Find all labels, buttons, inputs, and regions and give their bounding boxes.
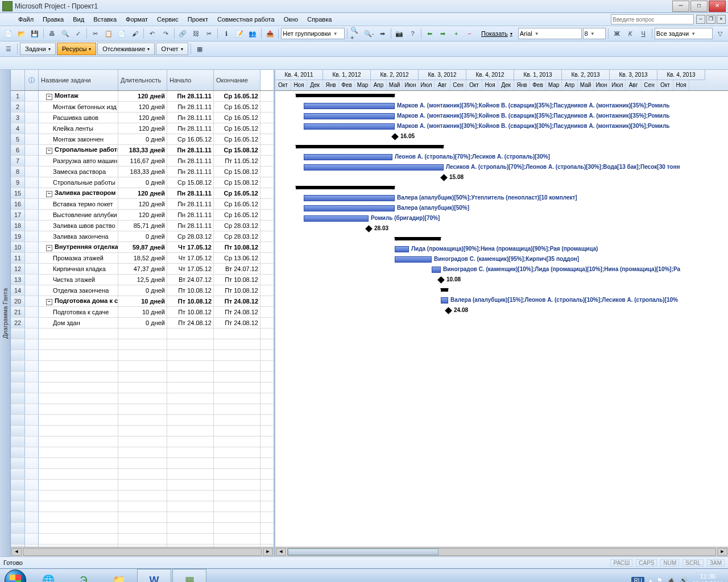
notes-icon[interactable]: 📝 (234, 27, 246, 40)
cut-icon[interactable]: ✂ (89, 27, 101, 40)
taskbar-app1[interactable]: Э (67, 569, 101, 582)
zoom-out-icon[interactable]: 🔍- (363, 27, 375, 40)
task-bar[interactable] (432, 267, 441, 273)
gantt-row[interactable] (275, 234, 728, 244)
table-row[interactable]: 1−Монтаж120 днейПн 28.11.11Ср 16.05.12 (11, 91, 274, 102)
summary-bar[interactable] (395, 237, 441, 240)
table-row[interactable]: 3Расшивка швов120 днейПн 28.11.11Ср 16.0… (11, 113, 274, 123)
table-row[interactable] (11, 480, 274, 490)
gantt-row[interactable]: Виноградов С. (каменщик)[10%];Лида (пром… (275, 265, 728, 275)
new-icon[interactable]: 📄 (2, 27, 14, 40)
redo-icon[interactable]: ↷ (159, 27, 171, 40)
table-row[interactable] (11, 490, 274, 501)
menu-edit[interactable]: Правка (38, 14, 68, 25)
table-row[interactable]: 17Выстовление аплубки120 днейПн 28.11.11… (11, 210, 274, 221)
milestone-icon[interactable] (365, 225, 373, 232)
table-row[interactable]: 5Монтаж закончен0 днейСр 16.05.12Ср 16.0… (11, 134, 274, 145)
format-painter-icon[interactable]: 🖌 (129, 27, 141, 40)
task-bar[interactable] (304, 215, 369, 222)
table-row[interactable] (11, 404, 274, 415)
publish-icon[interactable]: 📤 (264, 27, 276, 40)
table-row[interactable]: 22Дом здан0 днейПт 24.08.12Пт 24.08.12 (11, 318, 274, 329)
info-icon[interactable]: ℹ (220, 27, 232, 40)
spell-icon[interactable]: ✓ (72, 27, 84, 40)
table-row[interactable]: 4Клейка ленты120 днейПн 28.11.11Ср 16.05… (11, 123, 274, 134)
gantt-row[interactable]: Леонов А. (стропаль)[70%];Лесиков А. (ст… (275, 152, 728, 163)
table-row[interactable] (11, 329, 274, 339)
doc-close[interactable]: × (717, 15, 726, 24)
link-icon[interactable]: 🔗 (177, 27, 189, 40)
open-icon[interactable]: 📂 (15, 27, 27, 40)
taskbar-project[interactable]: ▦ (172, 569, 206, 582)
task-bar[interactable] (304, 205, 395, 211)
table-row[interactable]: 13Чистка этажей12,5 днейВт 24.07.12Пт 10… (11, 275, 274, 285)
guide-tracking[interactable]: Отслеживание▾ (97, 43, 155, 55)
table-row[interactable] (11, 469, 274, 480)
table-row[interactable]: 11Промазка этажей18,52 днейЧт 17.05.12Ср… (11, 253, 274, 264)
print-icon[interactable]: 🖶 (46, 27, 58, 40)
start-button[interactable] (0, 569, 31, 582)
filter-combo[interactable]: Все задачи▼ (655, 28, 713, 39)
undo-icon[interactable]: ↶ (146, 27, 158, 40)
unlink-icon[interactable]: ⛓ (190, 27, 202, 40)
tray-up-icon[interactable]: ▴ (649, 577, 652, 583)
guide-toggle-icon[interactable]: ☰ (2, 43, 15, 55)
tray-power-icon[interactable]: 🔌 (667, 577, 675, 583)
menu-help[interactable]: Справка (303, 14, 336, 25)
gantt-row[interactable]: 24.08 (275, 306, 728, 316)
copy-icon[interactable]: 📋 (103, 27, 115, 40)
task-bar[interactable] (304, 113, 395, 119)
menu-collab[interactable]: Совместная работа (213, 14, 279, 25)
gantt-row[interactable]: Марков А. (монтажник)[35%];Койнов В. (св… (275, 101, 728, 111)
menu-format[interactable]: Формат (121, 14, 152, 25)
table-row[interactable]: 19Заливка закончена0 днейСр 28.03.12Ср 2… (11, 231, 274, 242)
table-row[interactable] (11, 534, 274, 544)
table-row[interactable]: 20−Подготовка дома к сда10 днейПт 10.08.… (11, 296, 274, 307)
split-icon[interactable]: ✂ (203, 27, 215, 40)
table-row[interactable] (11, 372, 274, 383)
table-row[interactable] (11, 523, 274, 534)
task-bar[interactable] (395, 246, 409, 252)
table-row[interactable] (11, 426, 274, 436)
italic-icon[interactable]: К (624, 27, 636, 40)
task-bar[interactable] (395, 256, 432, 263)
preview-icon[interactable]: 🔍 (59, 27, 71, 40)
task-bar[interactable] (304, 123, 395, 130)
table-row[interactable] (11, 512, 274, 523)
milestone-icon[interactable] (440, 174, 448, 181)
guide-tasks[interactable]: Задачи▾ (20, 43, 56, 55)
guide-report[interactable]: Отчет▾ (156, 43, 188, 55)
gantt-row[interactable]: 28.03 (275, 224, 728, 234)
show-button[interactable]: Показать▾ (477, 28, 517, 39)
maximize-button[interactable]: □ (690, 1, 708, 12)
gantt-row[interactable]: Валера (апалубщик)[50%];Утеплитель (пено… (275, 193, 728, 203)
help-icon[interactable]: ? (407, 27, 419, 40)
grouping-combo[interactable]: Нет группировки▼ (281, 28, 345, 39)
table-row[interactable]: 14Отделка закончена0 днейПт 10.08.12Пт 1… (11, 285, 274, 296)
summary-bar[interactable] (296, 186, 395, 189)
table-row[interactable]: 2Монтаж бетонных изд120 днейПн 28.11.11С… (11, 102, 274, 113)
system-tray[interactable]: RU ▴ ⚑ 🔌 🔊 11:3602.12.2011 (627, 573, 728, 582)
col-start[interactable]: Начало (167, 70, 214, 90)
table-row[interactable] (11, 339, 274, 350)
table-row[interactable] (11, 501, 274, 512)
gantt-row[interactable] (275, 183, 728, 193)
col-duration[interactable]: Длительность (118, 70, 167, 90)
tray-clock[interactable]: 11:3602.12.2011 (692, 573, 723, 582)
gantt-row[interactable]: 15.08 (275, 173, 728, 183)
milestone-icon[interactable] (445, 307, 452, 314)
gantt-row[interactable]: Ромиль (бригадир)[70%] (275, 214, 728, 224)
gantt-row[interactable]: Лида (промащица)[90%];Нина (промащица)[9… (275, 244, 728, 255)
taskbar-explorer[interactable]: 📁 (102, 569, 136, 582)
goto-task-icon[interactable]: ➡ (376, 27, 388, 40)
table-row[interactable]: 8Замеска раствора183,33 днейПн 28.11.11С… (11, 167, 274, 177)
save-icon[interactable]: 💾 (28, 27, 40, 40)
tray-action-icon[interactable]: ⚑ (657, 577, 663, 583)
table-row[interactable] (11, 447, 274, 458)
table-row[interactable]: 21Подготовка к сдаче10 днейПт 10.08.12Пт… (11, 307, 274, 318)
gantt-hscroll[interactable]: ◄► (275, 547, 728, 556)
tray-sound-icon[interactable]: 🔊 (680, 577, 688, 583)
font-size-combo[interactable]: 8▼ (583, 28, 606, 39)
gantt-row[interactable]: 10.08 (275, 275, 728, 285)
taskbar-ie[interactable]: 🌐 (31, 569, 65, 582)
